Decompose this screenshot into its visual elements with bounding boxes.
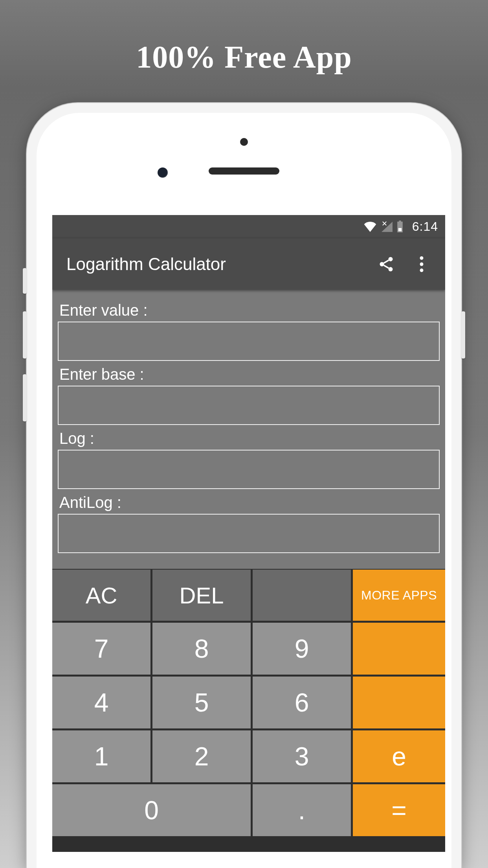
key-1[interactable]: 1 (52, 730, 150, 782)
app-bar: Logarithm Calculator (52, 238, 445, 290)
enter-base-label: Enter base : (59, 366, 440, 383)
key-8[interactable]: 8 (152, 623, 251, 675)
svg-rect-0 (398, 228, 402, 231)
key-0[interactable]: 0 (52, 784, 251, 836)
share-icon (378, 256, 395, 273)
enter-value-input[interactable] (58, 322, 440, 361)
phone-sensor-dot (240, 138, 248, 146)
ac-button[interactable]: AC (52, 570, 150, 621)
enter-base-input[interactable] (58, 386, 440, 425)
log-label: Log : (59, 430, 440, 447)
svg-point-5 (420, 262, 424, 266)
overflow-menu-button[interactable] (410, 252, 433, 276)
key-6[interactable]: 6 (253, 677, 351, 728)
key-9[interactable]: 9 (253, 623, 351, 675)
phone-side-button (23, 268, 27, 294)
svg-point-2 (380, 262, 384, 266)
key-e[interactable]: e (353, 730, 445, 782)
share-button[interactable] (374, 252, 398, 276)
svg-point-1 (389, 257, 393, 261)
promo-headline: 100% Free App (0, 39, 488, 75)
phone-frame: ✕ 6:14 Logarithm Calculator (27, 103, 461, 868)
key-4[interactable]: 4 (52, 677, 150, 728)
svg-point-6 (420, 268, 424, 272)
status-time: 6:14 (412, 219, 438, 234)
del-button[interactable]: DEL (152, 570, 251, 621)
svg-point-3 (389, 267, 393, 271)
phone-camera-dot (158, 167, 168, 178)
phone-side-button (461, 311, 465, 359)
wifi-icon (363, 221, 377, 232)
battery-icon (396, 221, 404, 232)
cell-signal-icon: ✕ (381, 221, 393, 232)
blank-key (253, 570, 351, 621)
antilog-output[interactable] (58, 514, 440, 553)
more-apps-button[interactable]: MORE APPS (353, 570, 445, 621)
antilog-label: AntiLog : (59, 494, 440, 511)
form-area: Enter value : Enter base : Log : AntiLog… (52, 290, 445, 569)
accent-key-blank-1[interactable] (353, 623, 445, 675)
enter-value-label: Enter value : (59, 302, 440, 319)
more-vert-icon (420, 256, 424, 272)
key-2[interactable]: 2 (152, 730, 251, 782)
phone-side-button (23, 311, 27, 359)
key-dot[interactable]: . (253, 784, 351, 836)
key-3[interactable]: 3 (253, 730, 351, 782)
phone-side-button (23, 374, 27, 421)
phone-screen: ✕ 6:14 Logarithm Calculator (52, 215, 445, 852)
phone-speaker (209, 167, 279, 175)
key-5[interactable]: 5 (152, 677, 251, 728)
app-title: Logarithm Calculator (66, 254, 363, 274)
status-bar: ✕ 6:14 (52, 215, 445, 238)
key-equals[interactable]: = (353, 784, 445, 836)
key-7[interactable]: 7 (52, 623, 150, 675)
log-output[interactable] (58, 450, 440, 489)
keypad: AC DEL MORE APPS 7 8 9 4 5 6 1 2 3 e (52, 569, 445, 852)
svg-point-4 (420, 256, 424, 260)
accent-key-blank-2[interactable] (353, 677, 445, 728)
